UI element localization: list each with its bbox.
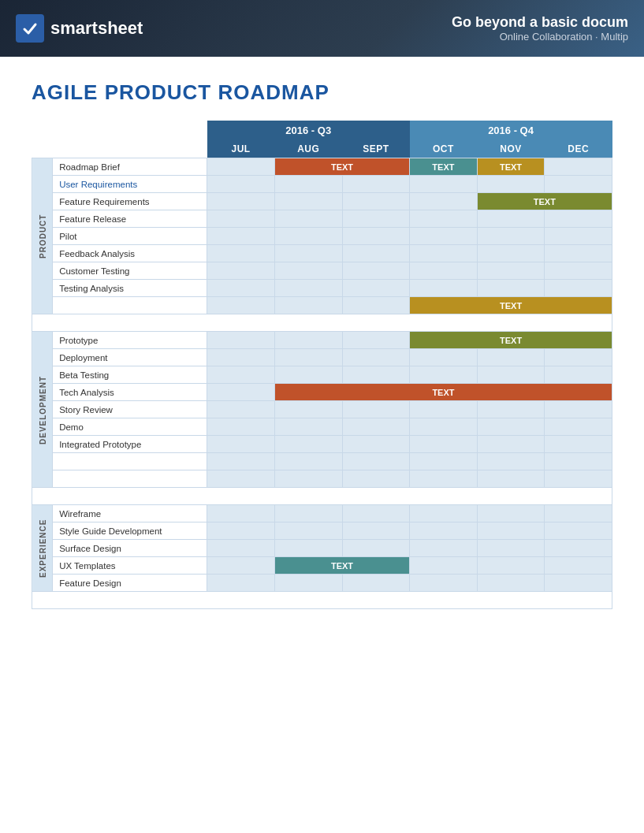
main-content: AGILE PRODUCT ROADMAP 2016 - Q3 2016 - Q… bbox=[0, 57, 644, 633]
gantt-cell-empty bbox=[477, 262, 545, 280]
row-label: Beta Testing bbox=[53, 366, 207, 384]
gantt-cell-empty bbox=[274, 210, 342, 228]
header-banner: smartsheet Go beyond a basic docum Onlin… bbox=[0, 0, 644, 57]
gantt-cell-empty bbox=[342, 418, 410, 436]
gantt-cell-empty bbox=[274, 540, 342, 557]
table-row bbox=[32, 470, 612, 488]
gantt-cell-empty bbox=[207, 210, 275, 228]
gantt-cell-empty bbox=[342, 436, 410, 453]
gantt-cell-empty bbox=[545, 349, 612, 366]
table-row: Testing Analysis bbox=[32, 280, 612, 297]
logo-icon bbox=[16, 14, 44, 43]
table-row: Style Guide Development bbox=[32, 522, 612, 540]
gantt-cell-empty bbox=[410, 193, 478, 210]
gantt-cell-empty bbox=[545, 453, 612, 470]
table-row: DEVELOPMENTPrototypeTEXT bbox=[32, 332, 612, 349]
gantt-cell-empty bbox=[342, 366, 410, 384]
table-row: Demo bbox=[32, 418, 612, 436]
gantt-cell-empty bbox=[410, 540, 478, 557]
gantt-cell-empty bbox=[207, 401, 275, 418]
gantt-bar: TEXT bbox=[410, 297, 612, 314]
section-separator bbox=[32, 592, 612, 609]
gantt-cell-empty bbox=[410, 228, 478, 245]
row-label: Feature Design bbox=[53, 575, 207, 592]
gantt-cell-empty bbox=[274, 193, 342, 210]
gantt-cell-empty bbox=[207, 470, 275, 488]
month-nov: NOV bbox=[477, 140, 545, 158]
gantt-cell-empty bbox=[274, 349, 342, 366]
tagline-sub: Online Collaboration · Multip bbox=[452, 31, 628, 43]
month-section-spacer bbox=[32, 140, 53, 158]
q3-header: 2016 - Q3 bbox=[207, 121, 410, 140]
gantt-cell-empty bbox=[477, 522, 545, 540]
gantt-cell-empty bbox=[477, 505, 545, 522]
month-aug: AUG bbox=[274, 140, 342, 158]
month-oct: OCT bbox=[410, 140, 478, 158]
gantt-cell-empty bbox=[342, 332, 410, 349]
gantt-cell-empty bbox=[545, 505, 612, 522]
table-row: Tech AnalysisTEXT bbox=[32, 384, 612, 401]
gantt-cell-empty bbox=[477, 366, 545, 384]
gantt-cell-empty bbox=[477, 210, 545, 228]
gantt-cell-empty bbox=[410, 436, 478, 453]
quarter-header-row: 2016 - Q3 2016 - Q4 bbox=[32, 121, 612, 140]
gantt-cell-empty bbox=[207, 366, 275, 384]
gantt-cell-empty bbox=[410, 453, 478, 470]
gantt-cell-empty bbox=[207, 453, 275, 470]
table-row: Feedback Analysis bbox=[32, 245, 612, 262]
gantt-cell-empty bbox=[274, 453, 342, 470]
table-row: Beta Testing bbox=[32, 366, 612, 384]
gantt-cell-empty bbox=[410, 176, 478, 193]
table-row bbox=[32, 453, 612, 470]
gantt-cell-empty bbox=[207, 280, 275, 297]
gantt-cell-empty bbox=[477, 228, 545, 245]
row-label: Feature Release bbox=[53, 210, 207, 228]
gantt-cell-empty bbox=[545, 262, 612, 280]
gantt-cell-empty bbox=[207, 575, 275, 592]
gantt-cell-empty bbox=[545, 522, 612, 540]
gantt-cell-empty bbox=[410, 522, 478, 540]
gantt-cell-empty bbox=[410, 210, 478, 228]
gantt-cell-empty bbox=[410, 245, 478, 262]
gantt-cell-empty bbox=[477, 540, 545, 557]
row-label: Integrated Prototype bbox=[53, 436, 207, 453]
row-label: Prototype bbox=[53, 332, 207, 349]
row-label: Story Review bbox=[53, 401, 207, 418]
row-label: Wireframe bbox=[53, 505, 207, 522]
gantt-cell-empty bbox=[477, 401, 545, 418]
q4-header: 2016 - Q4 bbox=[410, 121, 612, 140]
section-label-development: DEVELOPMENT bbox=[32, 332, 53, 488]
gantt-cell-empty bbox=[207, 418, 275, 436]
row-label: Feedback Analysis bbox=[53, 245, 207, 262]
table-row: UX TemplatesTEXT bbox=[32, 557, 612, 575]
logo-text: smartsheet bbox=[50, 18, 143, 39]
gantt-cell-empty bbox=[274, 262, 342, 280]
gantt-cell-empty bbox=[274, 522, 342, 540]
gantt-cell-empty bbox=[545, 228, 612, 245]
row-label: User Requirements bbox=[53, 176, 207, 193]
gantt-cell-empty bbox=[410, 557, 478, 575]
gantt-cell-empty bbox=[342, 470, 410, 488]
gantt-cell-empty bbox=[477, 436, 545, 453]
row-label: Deployment bbox=[53, 349, 207, 366]
gantt-cell-empty bbox=[410, 418, 478, 436]
gantt-cell-empty bbox=[477, 470, 545, 488]
gantt-bar: TEXT bbox=[410, 158, 478, 176]
gantt-cell-empty bbox=[274, 280, 342, 297]
gantt-cell-empty bbox=[207, 193, 275, 210]
gantt-cell-empty bbox=[545, 366, 612, 384]
gantt-bar: TEXT bbox=[477, 158, 545, 176]
gantt-cell-empty bbox=[545, 280, 612, 297]
gantt-cell-empty bbox=[207, 297, 275, 314]
table-row: Feature RequirementsTEXT bbox=[32, 193, 612, 210]
gantt-cell-empty bbox=[342, 245, 410, 262]
gantt-cell-empty bbox=[274, 366, 342, 384]
gantt-cell-empty bbox=[342, 505, 410, 522]
header-tagline: Go beyond a basic docum Online Collabora… bbox=[452, 14, 628, 43]
gantt-bar: TEXT bbox=[477, 193, 612, 210]
table-row: Feature Release bbox=[32, 210, 612, 228]
table-row: User Requirements bbox=[32, 176, 612, 193]
gantt-cell-empty bbox=[207, 349, 275, 366]
gantt-cell-empty bbox=[274, 470, 342, 488]
month-header-row: JUL AUG SEPT OCT NOV DEC bbox=[32, 140, 612, 158]
